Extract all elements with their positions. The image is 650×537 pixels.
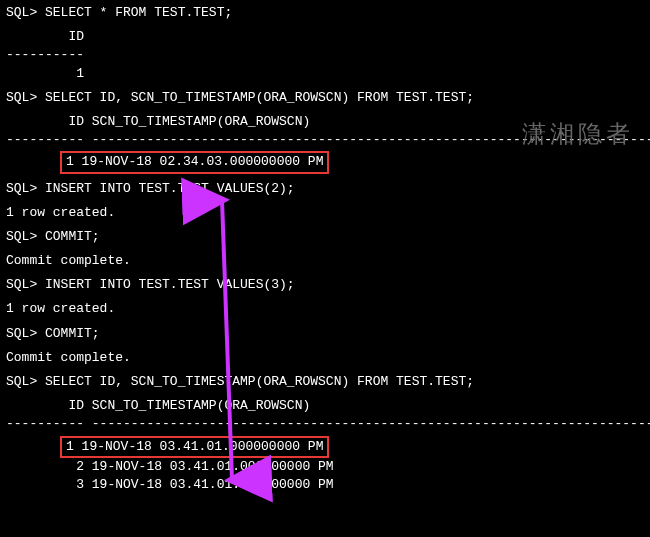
watermark-text: 潇湘隐者 xyxy=(522,118,634,152)
sql-prompt-line: SQL> COMMIT; xyxy=(6,325,644,343)
result-header: ID xyxy=(6,28,644,46)
feedback-message: 1 row created. xyxy=(6,300,644,318)
result-row: 1 xyxy=(6,65,644,83)
sql-prompt-line: SQL> SELECT ID, SCN_TO_TIMESTAMP(ORA_ROW… xyxy=(6,373,644,391)
result-divider: ---------- xyxy=(6,46,644,64)
result-header: ID SCN_TO_TIMESTAMP(ORA_ROWSCN) xyxy=(6,397,644,415)
result-row: 3 19-NOV-18 03.41.01.000000000 PM xyxy=(6,476,644,494)
sql-prompt-line: SQL> COMMIT; xyxy=(6,228,644,246)
highlighted-result-row: 1 19-NOV-18 03.41.01.000000000 PM xyxy=(60,436,329,458)
feedback-message: 1 row created. xyxy=(6,204,644,222)
sql-prompt-line: SQL> INSERT INTO TEST.TEST VALUES(2); xyxy=(6,180,644,198)
feedback-message: Commit complete. xyxy=(6,349,644,367)
sql-prompt-line: SQL> SELECT * FROM TEST.TEST; xyxy=(6,4,644,22)
highlighted-result-row: 1 19-NOV-18 02.34.03.000000000 PM xyxy=(60,151,329,173)
result-divider: ---------- -----------------------------… xyxy=(6,415,644,433)
sql-prompt-line: SQL> INSERT INTO TEST.TEST VALUES(3); xyxy=(6,276,644,294)
sql-prompt-line: SQL> SELECT ID, SCN_TO_TIMESTAMP(ORA_ROW… xyxy=(6,89,644,107)
feedback-message: Commit complete. xyxy=(6,252,644,270)
result-row: 2 19-NOV-18 03.41.01.000000000 PM xyxy=(6,458,644,476)
